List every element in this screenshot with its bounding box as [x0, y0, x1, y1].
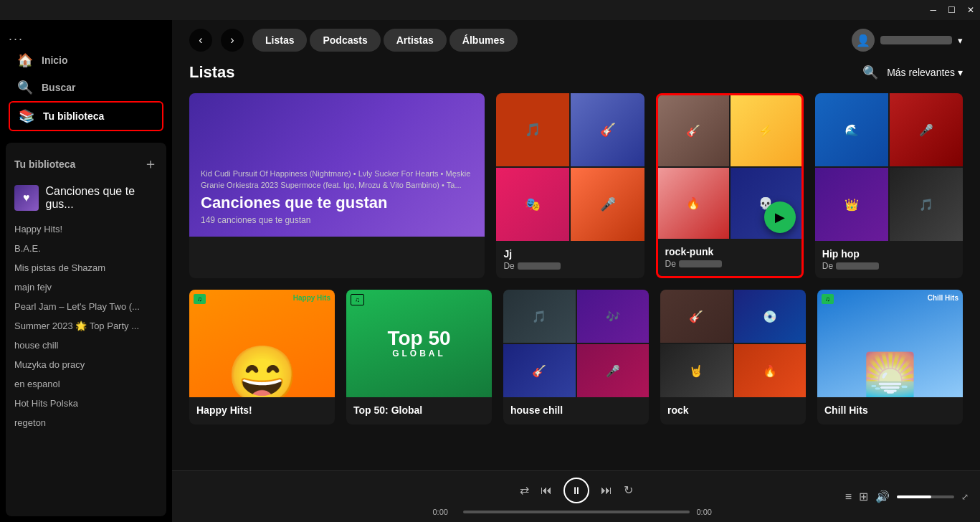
- playlist-card-rock[interactable]: 🎸 💿 🤘 🔥 rock: [660, 290, 806, 424]
- list-item[interactable]: house chill: [6, 336, 166, 355]
- liked-songs-sidebar-item[interactable]: ♥ Canciones que te gus...: [6, 179, 166, 217]
- house-chill-image: 🎵 🎶 🎸 🎤: [503, 290, 649, 397]
- playlist-card-top50[interactable]: ♫ Top 50 GLOBAL Top 50: Global: [346, 290, 492, 424]
- top50-image: ♫ Top 50 GLOBAL: [346, 290, 492, 397]
- playlist-card-hip-hop[interactable]: 🌊 🎤 👑 🎵 Hip hop De: [815, 93, 963, 278]
- sidebar-item-label-biblioteca: Tu biblioteca: [43, 110, 104, 122]
- time-total: 0:00: [697, 508, 720, 516]
- list-item[interactable]: regeton: [6, 413, 166, 432]
- mosaic-cell-3: 🔥: [658, 168, 729, 239]
- expand-button[interactable]: ⤢: [961, 492, 969, 502]
- app-body: ··· 🏠 Inicio 🔍 Buscar 📚 Tu biblioteca Tu…: [0, 20, 980, 522]
- filter-label: Más relevantes: [887, 67, 955, 78]
- liked-songs-card-title: Canciones que te gustan: [201, 194, 473, 212]
- list-item[interactable]: Summer 2023 🌟 Top Party ...: [6, 316, 166, 336]
- maximize-button[interactable]: ☐: [948, 5, 956, 15]
- page-title: Listas: [189, 63, 235, 82]
- content-area: Listas 🔍 Más relevantes ▾ Kid Cudi Pursu…: [172, 52, 980, 470]
- tab-podcasts[interactable]: Podcasts: [310, 29, 380, 52]
- sidebar-top: ··· 🏠 Inicio 🔍 Buscar 📚 Tu biblioteca: [0, 20, 172, 137]
- mosaic-cell-1: 🎸: [658, 95, 729, 166]
- search-button[interactable]: 🔍: [862, 65, 878, 80]
- rock-punk-card-info: rock-punk De: [658, 239, 801, 276]
- row1: Kid Cudi Pursuit Of Happiness (Nightmare…: [189, 93, 963, 278]
- list-item[interactable]: Pearl Jam – Let's Play Two (...: [6, 297, 166, 316]
- play-pause-button[interactable]: ⏸: [563, 478, 589, 503]
- playlist-card-jj[interactable]: 🎵 🎸 🎭 🎤 Jj De: [496, 93, 644, 278]
- tab-albumes[interactable]: Álbumes: [449, 29, 518, 52]
- prev-button[interactable]: ⏮: [541, 484, 552, 497]
- minimize-button[interactable]: ─: [930, 5, 936, 15]
- hip-hop-mosaic: 🌊 🎤 👑 🎵: [815, 93, 963, 241]
- playlist-card-liked-songs[interactable]: Kid Cudi Pursuit Of Happiness (Nightmare…: [189, 93, 485, 278]
- list-item[interactable]: en espanol: [6, 374, 166, 394]
- top50-info: Top 50: Global: [346, 397, 492, 424]
- user-dropdown-button[interactable]: ▾: [958, 35, 963, 46]
- back-button[interactable]: ‹: [189, 29, 212, 52]
- hip-hop-owner-bar: [836, 262, 879, 270]
- list-item[interactable]: Happy Hits!: [6, 219, 166, 239]
- rock-image: 🎸 💿 🤘 🔥: [660, 290, 806, 397]
- rock-punk-owner-bar: [679, 260, 722, 267]
- sidebar-library: Tu biblioteca ＋ ♥ Canciones que te gus..…: [6, 143, 166, 516]
- library-header: Tu biblioteca ＋: [6, 148, 166, 179]
- pip-button[interactable]: ⊞: [859, 490, 868, 503]
- forward-button[interactable]: ›: [221, 29, 244, 52]
- top50-sub-text: GLOBAL: [392, 348, 446, 359]
- sidebar-item-buscar[interactable]: 🔍 Buscar: [9, 74, 163, 101]
- filter-dropdown[interactable]: Más relevantes ▾: [887, 67, 963, 78]
- mosaic-cell-3: 👑: [815, 168, 888, 241]
- chill-hits-emoji: 🌅: [863, 354, 917, 397]
- player-right: ≡ ⊞ 🔊 ⤢: [825, 490, 969, 503]
- shuffle-button[interactable]: ⇄: [520, 483, 529, 497]
- liked-songs-sidebar-label: Canciones que te gus...: [46, 185, 158, 211]
- tab-listas[interactable]: Listas: [252, 29, 307, 52]
- queue-button[interactable]: ≡: [845, 490, 852, 503]
- close-button[interactable]: ✕: [967, 5, 974, 15]
- library-icon: 📚: [19, 108, 34, 124]
- volume-track[interactable]: [897, 495, 954, 498]
- mosaic-c1: 🎵: [503, 290, 576, 343]
- playlist-card-happy-hits[interactable]: ♫ Happy Hits 😄 Happy Hits!: [189, 290, 335, 424]
- row2: ♫ Happy Hits 😄 Happy Hits! ♫ Top 50 GLOB…: [189, 290, 963, 424]
- search-filter: 🔍 Más relevantes ▾: [862, 65, 963, 80]
- list-item[interactable]: Muzyka do pracy: [6, 355, 166, 374]
- jj-card-image: 🎵 🎸 🎭 🎤: [496, 93, 644, 241]
- playlist-card-house-chill[interactable]: 🎵 🎶 🎸 🎤 house chill: [503, 290, 649, 424]
- list-item[interactable]: B.A.E.: [6, 239, 166, 258]
- add-library-button[interactable]: ＋: [143, 154, 158, 174]
- volume-button[interactable]: 🔊: [875, 490, 890, 503]
- jj-owner-bar: [518, 262, 561, 270]
- mosaic-cell-4: 🎤: [571, 168, 644, 241]
- jj-card-info: Jj De: [496, 241, 644, 278]
- volume-fill: [897, 495, 931, 498]
- mosaic-c3: 🎸: [503, 344, 576, 397]
- section-header: Listas 🔍 Más relevantes ▾: [189, 63, 963, 82]
- playlist-card-chill-hits[interactable]: ♫ Chill Hits 🌅 Chill Hits: [817, 290, 963, 424]
- three-dots-button[interactable]: ···: [9, 32, 24, 47]
- playlist-card-rock-punk[interactable]: 🎸 ⚡ 🔥 💀 ▶ rock-punk De: [656, 93, 804, 278]
- mosaic-r1: 🎸: [660, 290, 733, 343]
- repeat-button[interactable]: ↻: [624, 483, 633, 497]
- mosaic-cell-2: 🎤: [890, 93, 963, 166]
- list-item[interactable]: Hot Hits Polska: [6, 394, 166, 413]
- jj-mosaic: 🎵 🎸 🎭 🎤: [496, 93, 644, 241]
- tab-artistas[interactable]: Artistas: [384, 29, 447, 52]
- list-item[interactable]: Mis pistas de Shazam: [6, 258, 166, 277]
- chill-hits-badge-text: Chill Hits: [928, 294, 958, 302]
- player-bar: ⇄ ⏮ ⏸ ⏭ ↻ 0:00 0:00 ≡ ⊞ 🔊: [172, 470, 980, 522]
- house-chill-info: house chill: [503, 397, 649, 424]
- avatar: 👤: [852, 29, 875, 52]
- play-button-overlay[interactable]: ▶: [764, 201, 796, 233]
- sidebar-item-tu-biblioteca[interactable]: 📚 Tu biblioteca: [9, 101, 163, 131]
- house-chill-title: house chill: [510, 404, 642, 416]
- search-icon: 🔍: [17, 80, 33, 95]
- mosaic-cell-4: 🎵: [890, 168, 963, 241]
- rock-title: rock: [667, 404, 799, 416]
- progress-track[interactable]: [463, 511, 690, 513]
- player-controls: ⇄ ⏮ ⏸ ⏭ ↻: [520, 478, 633, 503]
- next-button[interactable]: ⏭: [601, 484, 612, 497]
- list-item[interactable]: majn fejv: [6, 277, 166, 297]
- jj-card-title: Jj: [503, 248, 637, 260]
- sidebar-item-inicio[interactable]: 🏠 Inicio: [9, 47, 163, 74]
